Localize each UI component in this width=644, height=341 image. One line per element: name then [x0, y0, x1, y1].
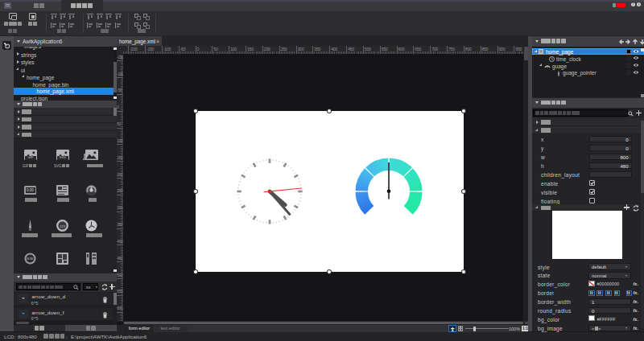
- svg-text:123: 123: [60, 224, 66, 228]
- svg-text:8:30: 8:30: [27, 257, 35, 261]
